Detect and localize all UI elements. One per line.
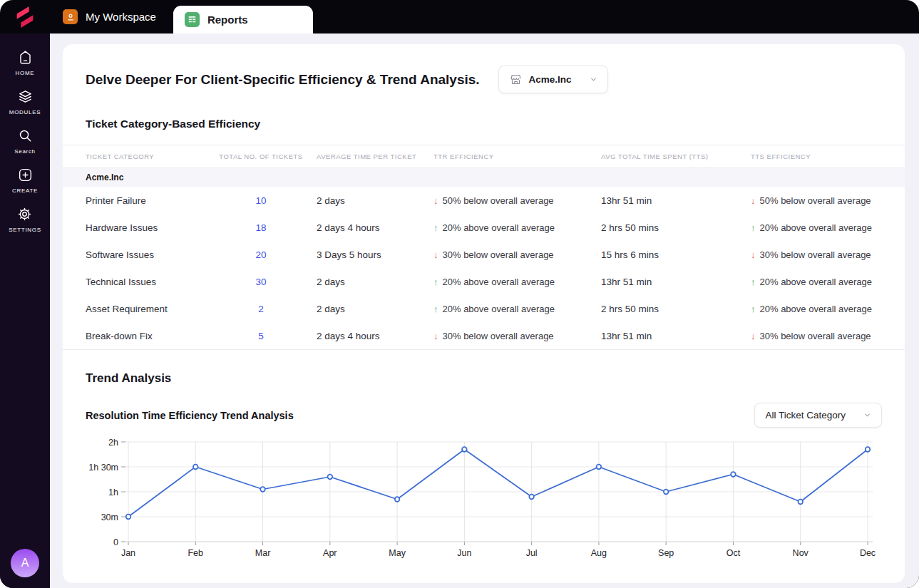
sidebar-item-label: SETTINGS: [9, 227, 41, 233]
arrow-down-icon: ↓: [433, 331, 438, 341]
sidebar-item-search[interactable]: Search: [14, 128, 36, 155]
chart-x-tick-label: Apr: [323, 548, 337, 558]
efficiency-text: 20% above overall average: [443, 277, 555, 287]
trend-section-title: Trend Analysis: [63, 371, 905, 386]
chart-title: Resolution Time Efficiency Trend Analysi…: [86, 410, 294, 421]
chart-x-tick-label: Mar: [255, 548, 271, 558]
cell-tts-efficiency: ↑20% above overall average: [751, 304, 882, 314]
trend-point: [328, 475, 333, 480]
chart-y-tick-label: 1h: [108, 488, 118, 497]
cell-total-tickets[interactable]: 20: [205, 249, 317, 260]
cell-average-time: 2 days: [317, 304, 433, 314]
sidebar-item-home[interactable]: HOME: [16, 49, 35, 76]
column-header: TTS EFFICIENCY: [751, 153, 882, 160]
sidebar-item-create[interactable]: CREATE: [12, 167, 38, 194]
chart-y-tick-label: 2h: [108, 438, 118, 448]
efficiency-text: 20% above overall average: [760, 277, 873, 287]
top-bar: My Workspace Reports: [0, 0, 919, 33]
ticket-category-dropdown[interactable]: All Ticket Category: [754, 403, 882, 428]
cell-total-tickets[interactable]: 10: [205, 195, 317, 206]
storefront-icon: [509, 73, 523, 86]
tab-label: Reports: [207, 14, 248, 26]
chart-x-tick-label: Aug: [591, 548, 607, 558]
chart-x-tick-label: Nov: [793, 548, 809, 558]
arrow-down-icon: ↓: [433, 249, 438, 260]
table-row[interactable]: Printer Failure102 days↓50% below overal…: [63, 187, 905, 214]
user-avatar[interactable]: A: [11, 549, 39, 577]
page-header: Delve Deeper For Client-Specific Efficie…: [63, 66, 905, 93]
efficiency-text: 30% below overall average: [760, 331, 871, 341]
cell-average-time: 2 days 4 hours: [317, 222, 433, 233]
tab-my-workspace[interactable]: My Workspace: [50, 0, 173, 33]
cell-avg-total-time-spent: 2 hrs 50 mins: [601, 304, 751, 314]
table-row[interactable]: Software Issues203 Days 5 hours↓30% belo…: [63, 241, 905, 268]
table-row[interactable]: Technical Issues302 days↑20% above overa…: [63, 268, 905, 295]
cell-ticket-category: Technical Issues: [86, 277, 205, 287]
efficiency-text: 30% below overall average: [443, 331, 554, 341]
cell-average-time: 2 days: [317, 195, 433, 206]
brand-logo[interactable]: [0, 0, 50, 33]
search-icon: [17, 128, 34, 144]
chart-x-tick-label: Dec: [860, 548, 876, 558]
client-dropdown-value: Acme.Inc: [529, 74, 572, 85]
user-icon: [63, 9, 78, 24]
sidebar-nav: HOME MODULES Search CREATE: [0, 33, 50, 588]
arrow-up-icon: ↑: [433, 304, 438, 314]
trend-point: [664, 490, 669, 495]
chart-x-tick-label: Jul: [526, 548, 538, 558]
arrow-up-icon: ↑: [433, 222, 438, 233]
efficiency-text: 20% above overall average: [760, 304, 873, 314]
chart-x-tick-label: Sep: [658, 548, 674, 558]
stackby-logo-icon: [13, 4, 37, 30]
cell-ttr-efficiency: ↑20% above overall average: [433, 222, 601, 233]
chart-y-tick-label: 30m: [101, 512, 118, 522]
chart-x-tick-label: May: [389, 548, 406, 558]
efficiency-text: 30% below overall average: [760, 249, 871, 260]
trend-point: [395, 497, 400, 502]
chart-x-tick-label: Feb: [188, 548, 203, 558]
client-dropdown[interactable]: Acme.Inc: [498, 66, 608, 93]
cell-total-tickets[interactable]: 2: [205, 304, 317, 314]
arrow-up-icon: ↑: [751, 222, 756, 233]
trend-chart-svg: 030m1h1h 30m2hJanFebMarAprMayJunJulAugSe…: [86, 436, 882, 564]
trend-point: [462, 447, 467, 452]
chart-header: Resolution Time Efficiency Trend Analysi…: [63, 403, 905, 428]
table-row[interactable]: Hardware Issues182 days 4 hours↑20% abov…: [63, 214, 905, 241]
cell-tts-efficiency: ↑20% above overall average: [751, 222, 882, 233]
sidebar-item-label: MODULES: [9, 109, 41, 115]
cell-ttr-efficiency: ↓50% below overall average: [433, 195, 601, 206]
column-header: TOTAL NO. OF TICKETS: [205, 153, 317, 160]
ticket-category-dropdown-value: All Ticket Category: [765, 410, 846, 421]
cell-ticket-category: Printer Failure: [86, 195, 205, 206]
cell-ticket-category: Break-down Fix: [86, 331, 205, 341]
efficiency-text: 20% above overall average: [443, 222, 555, 233]
trend-point: [798, 500, 803, 505]
table-body: Printer Failure102 days↓50% below overal…: [63, 187, 905, 350]
page-title: Delve Deeper For Client-Specific Efficie…: [86, 72, 480, 88]
efficiency-text: 20% above overall average: [443, 304, 555, 314]
trend-point: [126, 515, 131, 520]
table-group-row[interactable]: Acme.Inc: [63, 168, 905, 187]
cell-total-tickets[interactable]: 5: [205, 331, 317, 341]
efficiency-text: 50% below overall average: [443, 195, 554, 206]
sidebar-item-settings[interactable]: SETTINGS: [9, 206, 41, 233]
cell-avg-total-time-spent: 13hr 51 min: [601, 331, 751, 341]
arrow-up-icon: ↑: [751, 304, 756, 314]
chart-x-tick-label: Oct: [727, 548, 741, 558]
cell-ticket-category: Software Issues: [86, 249, 205, 260]
arrow-down-icon: ↓: [751, 249, 756, 260]
trend-point: [866, 447, 871, 452]
modules-icon: [17, 88, 34, 105]
cell-total-tickets[interactable]: 30: [205, 277, 317, 287]
cell-average-time: 2 days 4 hours: [317, 331, 433, 341]
cell-total-tickets[interactable]: 18: [205, 222, 317, 233]
trend-chart: 030m1h1h 30m2hJanFebMarAprMayJunJulAugSe…: [63, 436, 905, 567]
trend-point: [529, 495, 534, 500]
home-icon: [17, 49, 34, 66]
cell-tts-efficiency: ↓30% below overall average: [751, 331, 882, 341]
trend-point: [193, 465, 198, 470]
tab-reports[interactable]: Reports: [173, 6, 313, 33]
table-row[interactable]: Break-down Fix52 days 4 hours↓30% below …: [63, 322, 905, 350]
sidebar-item-modules[interactable]: MODULES: [9, 88, 41, 115]
table-row[interactable]: Asset Requirement22 days↑20% above overa…: [63, 295, 905, 322]
